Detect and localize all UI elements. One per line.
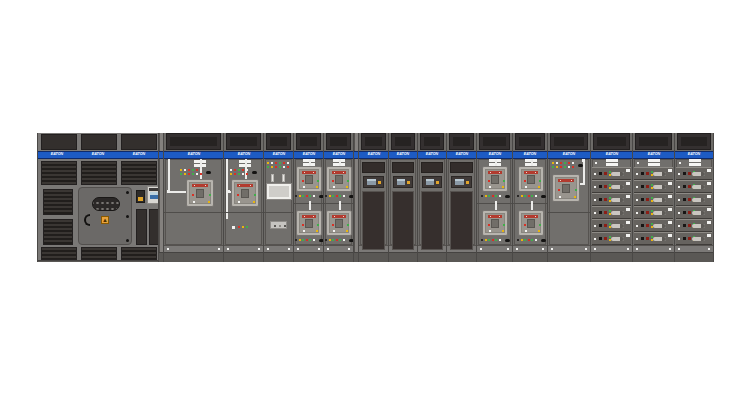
frame-line xyxy=(164,212,223,213)
blank-door xyxy=(362,191,385,250)
breaker-substrip xyxy=(295,238,325,243)
warning-triangle-icon: ▲ xyxy=(102,217,108,223)
breaker-window xyxy=(305,219,313,228)
plinth xyxy=(447,252,476,262)
indicator-led xyxy=(299,195,301,197)
rail-dot xyxy=(227,248,229,250)
unit-reset-square xyxy=(604,198,607,201)
mimic-bus-line xyxy=(226,159,228,219)
indicator-led xyxy=(499,195,501,197)
bottom-rail xyxy=(264,245,293,252)
rail-dot xyxy=(267,248,269,250)
breaker-label-strip xyxy=(237,184,253,187)
frame-line xyxy=(513,203,547,204)
breaker-face xyxy=(555,177,577,199)
mcc-bucket-row xyxy=(676,219,712,232)
indicator-led xyxy=(306,239,308,241)
rail-dot xyxy=(288,248,290,250)
unit-reset-square xyxy=(604,224,607,227)
unit-handle-tip xyxy=(662,185,666,189)
mcc-bucket-row xyxy=(676,232,712,245)
stack-section-3: EATON xyxy=(476,133,512,262)
unit-tag xyxy=(707,195,711,198)
indicator-led xyxy=(295,239,297,241)
hmi-display-panel xyxy=(422,176,442,188)
unit-tag xyxy=(626,195,630,198)
insulator-tube xyxy=(271,174,274,182)
indicator-led xyxy=(329,239,331,241)
rail-dot xyxy=(258,248,260,250)
roof-vent xyxy=(449,133,474,150)
roof-vent xyxy=(391,133,415,150)
breaker-window xyxy=(305,175,313,184)
indicator-led xyxy=(535,239,537,241)
acb-breaker xyxy=(482,166,508,192)
label-mark xyxy=(490,216,491,217)
frame-line xyxy=(548,212,590,213)
breaker-face xyxy=(189,182,211,204)
hmi-screen-lower xyxy=(150,195,158,199)
indicator-led xyxy=(192,169,194,171)
indicator-led xyxy=(196,173,198,175)
unit-dot xyxy=(594,199,596,201)
unit-reset-square xyxy=(604,237,607,240)
mcc-bucket-row xyxy=(634,167,673,180)
amber-indicator xyxy=(436,181,439,184)
indicator-led xyxy=(246,226,248,228)
indicator-led xyxy=(234,173,236,175)
breaker-window xyxy=(241,189,249,198)
bottom-rail xyxy=(675,245,713,252)
indicator-led xyxy=(332,224,334,226)
stack-section-4: EATON xyxy=(512,133,547,262)
unit-dot xyxy=(594,186,596,188)
mcc-bucket-row xyxy=(634,219,673,232)
mimic-junction xyxy=(582,159,585,162)
brand-logo: EATON xyxy=(187,152,199,156)
roof-vent xyxy=(296,133,321,150)
hmi-display-panel xyxy=(393,176,413,188)
indicator-led xyxy=(184,169,186,171)
indicator-led xyxy=(309,239,311,241)
roof-vent-inner xyxy=(597,137,626,146)
mimic-bus-line xyxy=(580,183,583,185)
unit-reset-square xyxy=(646,224,649,227)
roof-vent xyxy=(81,134,117,150)
rail-dot xyxy=(669,248,671,250)
roof-vent xyxy=(677,133,711,150)
roof-vent-inner xyxy=(270,137,287,146)
brand-logo: EATON xyxy=(367,152,379,156)
amber-indicator xyxy=(138,197,143,201)
generator-door: ▲ xyxy=(78,187,132,245)
louver-vent xyxy=(121,247,157,260)
louver-vent xyxy=(81,161,117,185)
display-section-3: EATON xyxy=(417,133,446,262)
label-mark xyxy=(313,172,314,173)
plinth xyxy=(548,252,590,262)
indicator-led xyxy=(306,195,308,197)
plinth xyxy=(675,252,713,262)
tie-acb-section: EATON xyxy=(547,133,590,262)
plinth xyxy=(477,252,512,262)
breaker-label-strip xyxy=(302,171,316,174)
display-vent xyxy=(421,162,443,173)
blank-door xyxy=(450,191,473,250)
amber-indicator xyxy=(407,181,410,184)
indicator-led xyxy=(238,169,240,171)
louver-vent xyxy=(41,161,77,185)
acb-breaker xyxy=(552,174,580,202)
roof-vent-inner xyxy=(483,137,506,146)
unit-dot xyxy=(678,212,680,214)
indicator-led xyxy=(333,186,335,188)
roof-vent xyxy=(550,133,588,150)
indicator-led xyxy=(503,224,505,226)
indicator-led xyxy=(492,239,494,241)
bottom-rail xyxy=(548,245,590,252)
mcc-bucket-row xyxy=(634,180,673,193)
bottom-rail xyxy=(324,245,353,252)
indicator-led xyxy=(528,239,530,241)
indicator-led xyxy=(347,224,349,226)
unit-reset-square xyxy=(688,185,691,188)
unit-tag xyxy=(668,182,672,185)
roof-vent-inner xyxy=(395,137,411,146)
indicator-led xyxy=(556,162,558,164)
